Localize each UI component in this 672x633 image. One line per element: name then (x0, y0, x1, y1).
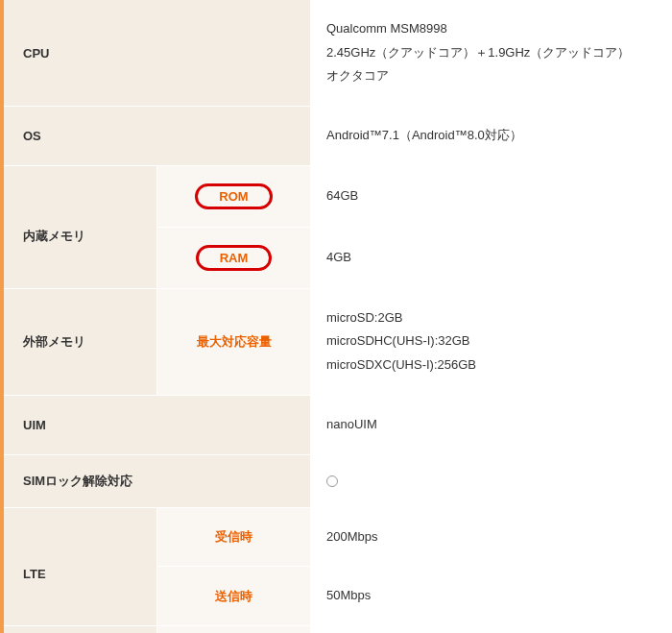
row-premium4g-support: 対応 (4, 626, 672, 633)
circle-icon (326, 475, 338, 487)
value-sim-unlock (311, 455, 672, 508)
label-ram: RAM (157, 228, 311, 289)
rom-pill: ROM (195, 183, 272, 209)
value-lte-rx: 200Mbps (311, 508, 672, 568)
label-rom: ROM (157, 166, 311, 228)
value-ram: 4GB (311, 228, 672, 289)
label-lte: LTE (4, 567, 157, 626)
label-lte-blank (4, 508, 157, 568)
row-lte-rx: 受信時 200Mbps (4, 508, 672, 568)
label-premium4g-blank (4, 626, 157, 633)
label-max-capacity: 最大対応容量 (157, 289, 311, 396)
value-rom: 64GB (311, 166, 672, 228)
row-lte-tx: LTE 送信時 50Mbps (4, 567, 672, 626)
value-lte-tx: 50Mbps (311, 567, 672, 626)
label-premium4g-support: 対応 (157, 626, 311, 633)
row-cpu: CPU Qualcomm MSM8998 2.45GHz（クアッドコア）＋1.9… (4, 0, 672, 107)
value-uim: nanoUIM (311, 396, 672, 455)
row-os: OS Android™7.1（Android™8.0対応） (4, 107, 672, 166)
label-external-memory: 外部メモリ (4, 289, 157, 396)
value-external-memory: microSD:2GB microSDHC(UHS-I):32GB microS… (311, 289, 672, 396)
label-lte-tx: 送信時 (157, 567, 311, 626)
label-internal-memory (4, 166, 157, 228)
label-cpu: CPU (4, 0, 311, 107)
label-internal-memory-text: 内蔵メモリ (4, 228, 157, 289)
row-sim-unlock: SIMロック解除対応 (4, 455, 672, 508)
row-ram: 内蔵メモリ RAM 4GB (4, 228, 672, 289)
label-uim: UIM (4, 396, 311, 455)
ram-pill: RAM (196, 245, 273, 271)
value-os: Android™7.1（Android™8.0対応） (311, 107, 672, 166)
row-uim: UIM nanoUIM (4, 396, 672, 455)
label-os: OS (4, 107, 311, 166)
label-lte-rx: 受信時 (157, 508, 311, 568)
label-sim-unlock: SIMロック解除対応 (4, 455, 311, 508)
row-external-memory: 外部メモリ 最大対応容量 microSD:2GB microSDHC(UHS-I… (4, 289, 672, 396)
value-cpu: Qualcomm MSM8998 2.45GHz（クアッドコア）＋1.9GHz（… (311, 0, 672, 107)
spec-table: CPU Qualcomm MSM8998 2.45GHz（クアッドコア）＋1.9… (0, 0, 672, 633)
row-rom: ROM 64GB (4, 166, 672, 228)
value-premium4g-support (311, 626, 672, 633)
